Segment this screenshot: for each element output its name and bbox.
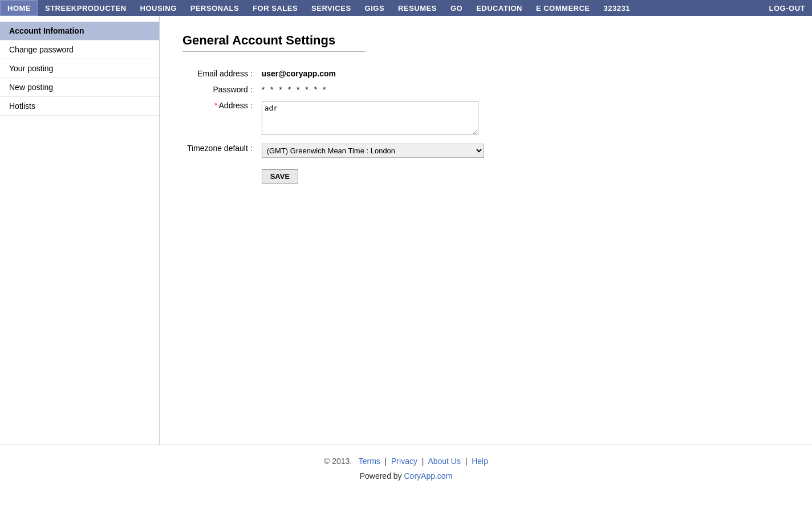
timezone-label: Timezone default : (182, 140, 257, 161)
account-settings-form: Email address : user@coryapp.com Passwor… (182, 66, 489, 187)
main-nav: HOME STREEKPRODUCTEN HOUSING PERSONALS F… (0, 0, 812, 16)
nav-go[interactable]: GO (444, 0, 469, 16)
nav-gigs[interactable]: GIGS (358, 0, 392, 16)
powered-by: Powered by CoryApp.com (11, 471, 801, 481)
save-button[interactable]: SAVE (262, 169, 298, 184)
sidebar-item-your-posting[interactable]: Your posting (0, 59, 159, 78)
nav-services[interactable]: SERVICES (304, 0, 358, 16)
email-value: user@coryapp.com (257, 66, 489, 82)
nav-personals[interactable]: PERSONALS (184, 0, 246, 16)
required-star: * (214, 101, 217, 110)
sidebar-item-account-info[interactable]: Account Infomation (0, 22, 159, 40)
nav-education[interactable]: EDUCATION (469, 0, 529, 16)
address-label: *Address : (182, 97, 257, 140)
address-input[interactable]: adr (262, 101, 478, 135)
nav-logout[interactable]: LOG-OUT (762, 0, 812, 16)
timezone-select[interactable]: (GMT) Greenwich Mean Time : London (GMT-… (262, 144, 484, 158)
email-display: user@coryapp.com (262, 69, 336, 78)
main-content: General Account Settings Email address :… (160, 16, 812, 445)
sidebar-item-change-password[interactable]: Change password (0, 40, 159, 59)
password-row: Password : * * * * * * * * (182, 82, 489, 97)
password-label: Password : (182, 82, 257, 97)
sidebar-item-hotlists[interactable]: Hotlists (0, 97, 159, 116)
email-row: Email address : user@coryapp.com (182, 66, 489, 82)
title-divider (182, 51, 365, 52)
footer-privacy-link[interactable]: Privacy (391, 457, 417, 466)
timezone-row: Timezone default : (GMT) Greenwich Mean … (182, 140, 489, 161)
address-row: *Address : adr (182, 97, 489, 140)
nav-housing[interactable]: HOUSING (133, 0, 184, 16)
address-value-cell: adr (257, 97, 489, 140)
nav-resumes[interactable]: RESUMES (391, 0, 444, 16)
nav-323231[interactable]: 323231 (597, 0, 637, 16)
sidebar-item-new-posting[interactable]: New posting (0, 78, 159, 97)
footer-about-link[interactable]: About Us (428, 457, 461, 466)
email-label: Email address : (182, 66, 257, 82)
timezone-value-cell: (GMT) Greenwich Mean Time : London (GMT-… (257, 140, 489, 161)
footer-terms-link[interactable]: Terms (359, 457, 380, 466)
nav-ecommerce[interactable]: E COMMERCE (529, 0, 597, 16)
powered-link[interactable]: CoryApp.com (404, 471, 453, 481)
footer-help-link[interactable]: Help (472, 457, 488, 466)
save-row: SAVE (182, 161, 489, 187)
page-wrapper: Account Infomation Change password Your … (0, 16, 812, 445)
nav-streekproducten[interactable]: STREEKPRODUCTEN (38, 0, 133, 16)
save-spacer (182, 161, 257, 187)
page-title: General Account Settings (182, 33, 789, 48)
password-display: * * * * * * * * (262, 85, 328, 94)
footer-links: © 2013. Terms | Privacy | About Us | Hel… (11, 457, 801, 466)
sidebar: Account Infomation Change password Your … (0, 16, 160, 445)
save-cell: SAVE (257, 161, 489, 187)
nav-home[interactable]: HOME (0, 0, 38, 16)
copyright: © 2013. (324, 457, 352, 466)
password-value-cell: * * * * * * * * (257, 82, 489, 97)
powered-text: Powered by (360, 471, 404, 481)
footer: © 2013. Terms | Privacy | About Us | Hel… (0, 445, 812, 492)
nav-for-sales[interactable]: FOR SALES (246, 0, 304, 16)
